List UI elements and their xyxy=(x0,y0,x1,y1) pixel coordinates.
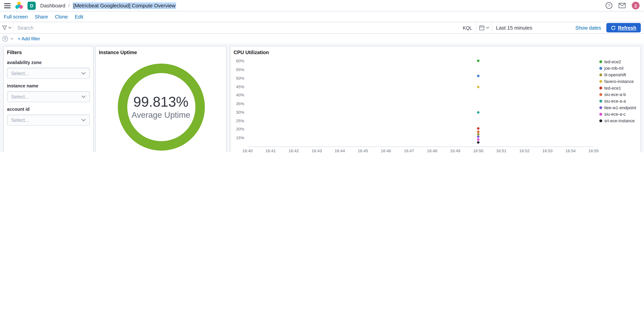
search-input[interactable]: Search KQL xyxy=(14,22,476,33)
show-dates-link[interactable]: Show dates xyxy=(576,25,601,31)
series-color-dot xyxy=(600,80,602,83)
user-avatar[interactable]: 2 xyxy=(632,2,640,9)
data-point xyxy=(477,75,480,78)
x-axis-tick-label: 16:42 xyxy=(286,148,301,152)
x-axis-tick-label: 16:41 xyxy=(263,148,278,152)
series-color-dot xyxy=(600,100,602,102)
data-point xyxy=(477,86,480,88)
panel-instance-uptime: Instance Uptime 99.813% Average Uptime xyxy=(95,46,227,152)
menu-link-full-screen[interactable]: Full screen xyxy=(4,14,28,20)
legend-item[interactable]: ted-ece2 xyxy=(600,58,637,65)
series-label: joe-mb-ml xyxy=(604,66,623,70)
series-color-dot xyxy=(600,113,602,116)
dashboard-grid: Filters availability zoneSelect...instan… xyxy=(0,44,644,152)
x-axis-tick-label: 16:49 xyxy=(448,148,462,152)
series-label: sri-ece-instance xyxy=(604,118,635,123)
data-point xyxy=(477,60,480,62)
uptime-value: 99.813% xyxy=(96,94,226,110)
legend-item[interactable]: favero-instance xyxy=(600,78,637,85)
legend-item[interactable]: siu-ece-a-c xyxy=(600,111,637,118)
data-point xyxy=(477,111,480,114)
legend-item[interactable]: sri-ece-instance xyxy=(600,118,637,124)
saved-query-button[interactable] xyxy=(0,22,14,33)
series-color-dot xyxy=(600,67,602,70)
series-label: favero-instance xyxy=(604,79,634,84)
y-axis-tick-label: 40% xyxy=(234,93,244,98)
panel-title: CPU Utilization xyxy=(230,46,640,55)
panel-title: Instance Uptime xyxy=(96,46,226,55)
x-axis-tick-label: 16:43 xyxy=(310,148,324,152)
y-axis-tick-label: 25% xyxy=(234,118,244,124)
x-axis-tick-label: 16:44 xyxy=(332,148,347,152)
data-point xyxy=(477,130,480,133)
uptime-caption: Average Uptime xyxy=(96,110,226,120)
data-point xyxy=(477,136,480,138)
legend-item[interactable]: ted-ece1 xyxy=(600,84,637,91)
legend-item[interactable]: tlee-w1-endpoint xyxy=(600,104,637,111)
chevron-down-icon xyxy=(10,38,14,40)
top-header: D Dashboard / [Metricbeat Googlecloud] C… xyxy=(0,0,644,12)
y-axis-tick-label: 15% xyxy=(234,136,244,140)
menu-link-edit[interactable]: Edit xyxy=(75,14,83,20)
x-axis-tick-label: 16:55 xyxy=(586,148,601,152)
filter-select-account-id[interactable]: Select... xyxy=(7,114,90,126)
x-axis-tick-label: 16:45 xyxy=(356,148,370,152)
plot-area: 60%55%50%45%40%35%30%25%20%15%16:4016:41… xyxy=(234,56,596,152)
filter-control-label: instance name xyxy=(7,83,90,88)
menu-link-share[interactable]: Share xyxy=(35,14,48,20)
elastic-logo[interactable] xyxy=(15,2,23,9)
series-label: ted-ece2 xyxy=(604,59,621,64)
series-color-dot xyxy=(600,119,602,122)
y-axis-tick-label: 45% xyxy=(234,84,244,89)
panel-cpu-utilization: CPU Utilization 60%55%50%45%40%35%30%25%… xyxy=(230,46,641,152)
space-badge[interactable]: D xyxy=(28,1,36,10)
filter-control-label: account id xyxy=(7,107,90,112)
x-axis-tick-label: 16:52 xyxy=(517,148,532,152)
help-icon[interactable]: ? xyxy=(606,2,612,9)
chevron-down-icon xyxy=(8,27,11,29)
filter-control: availability zoneSelect... xyxy=(7,60,90,79)
add-filter-link[interactable]: + Add filter xyxy=(18,36,40,41)
breadcrumb-dashboard[interactable]: Dashboard xyxy=(40,3,66,8)
filter-select-availability-zone[interactable]: Select... xyxy=(7,68,90,79)
x-axis-tick-label: 16:53 xyxy=(540,148,555,152)
series-color-dot xyxy=(600,93,602,96)
legend-item[interactable]: lil-openshift xyxy=(600,72,637,78)
refresh-button[interactable]: Refresh xyxy=(606,23,641,32)
x-axis-tick-label: 16:51 xyxy=(494,148,509,152)
series-label: siu-ece-a-c xyxy=(604,112,626,116)
menu-link-clone[interactable]: Clone xyxy=(55,14,68,20)
query-language-button[interactable]: KQL xyxy=(463,25,472,30)
series-label: siu-ece-a-b xyxy=(604,92,626,97)
hamburger-menu-icon[interactable] xyxy=(4,3,11,8)
breadcrumb: Dashboard / [Metricbeat Googlecloud] Com… xyxy=(40,2,176,9)
mail-icon[interactable] xyxy=(619,3,626,8)
y-axis-tick-label: 55% xyxy=(234,67,244,72)
x-axis-tick-label: 16:46 xyxy=(378,148,393,152)
filter-circle-icon[interactable] xyxy=(2,36,8,42)
filter-control: instance nameSelect... xyxy=(7,83,90,102)
header-actions: ? 2 xyxy=(606,2,640,9)
select-placeholder: Select... xyxy=(11,94,29,100)
chevron-down-icon xyxy=(81,118,86,122)
series-label: ted-ece1 xyxy=(604,85,621,90)
legend-item[interactable]: siu-ece-a-a xyxy=(600,98,637,104)
data-point xyxy=(477,138,480,141)
time-range-label[interactable]: Last 15 minutes xyxy=(496,25,532,31)
x-axis-tick-label: 16:48 xyxy=(425,148,440,152)
y-axis-tick-label: 20% xyxy=(234,127,244,132)
x-axis-tick-label: 16:40 xyxy=(240,148,255,152)
search-placeholder: Search xyxy=(17,25,34,31)
dashboard-menu-bar: Full screenShareCloneEdit xyxy=(0,12,644,22)
calendar-icon xyxy=(479,25,484,30)
panel-title: Filters xyxy=(4,46,93,55)
date-picker-button[interactable] xyxy=(476,22,492,33)
series-label: tlee-w1-endpoint xyxy=(604,105,636,110)
x-axis-tick-label: 16:47 xyxy=(402,148,416,152)
x-axis-tick-label: 16:50 xyxy=(471,148,486,152)
filter-select-instance-name[interactable]: Select... xyxy=(7,91,90,102)
series-color-dot xyxy=(600,86,602,89)
legend-item[interactable]: siu-ece-a-b xyxy=(600,91,637,98)
legend-item[interactable]: joe-mb-ml xyxy=(600,65,637,72)
menu-links: Full screenShareCloneEdit xyxy=(4,14,83,20)
